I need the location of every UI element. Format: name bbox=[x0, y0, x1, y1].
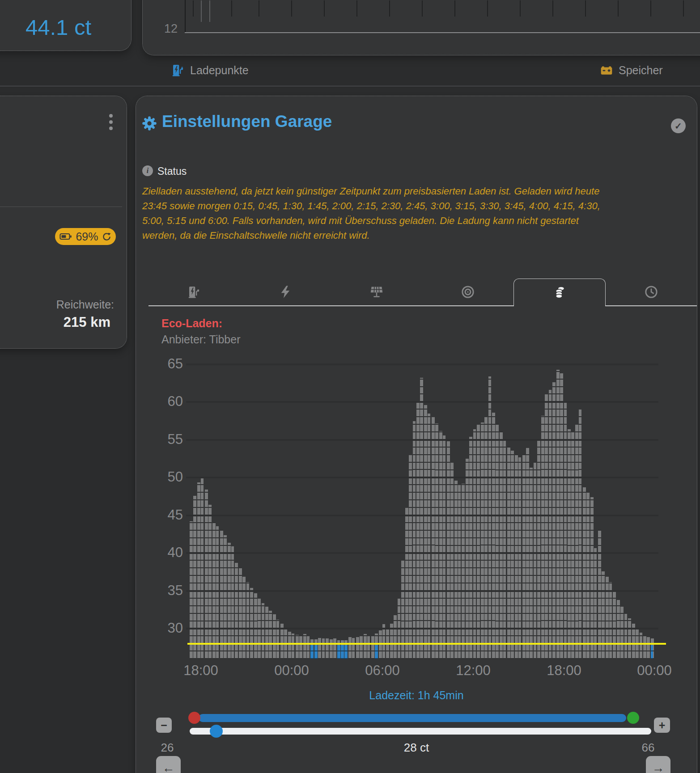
tab-ladepunkte[interactable]: Ladepunkte bbox=[171, 55, 249, 86]
grid-price-value: 44.1 ct bbox=[25, 15, 91, 40]
mini-bar bbox=[324, 0, 325, 17]
price-bar bbox=[620, 607, 624, 659]
price-bar bbox=[424, 405, 427, 659]
mini-bar bbox=[209, 0, 210, 22]
price-bar bbox=[609, 582, 612, 659]
vehicle-card: 69% Reichweite: 215 km bbox=[0, 96, 127, 349]
price-bar bbox=[500, 431, 503, 659]
price-bar bbox=[606, 577, 609, 659]
y-tick-label: 30 bbox=[152, 620, 183, 636]
mini-bar bbox=[650, 0, 651, 17]
range-max-handle[interactable] bbox=[627, 712, 639, 724]
y-tick-label: 45 bbox=[152, 507, 183, 523]
x-tick-label: 00:00 bbox=[630, 663, 679, 679]
price-bar bbox=[193, 496, 196, 659]
price-bar bbox=[454, 481, 458, 659]
price-bar bbox=[197, 482, 200, 659]
refresh-icon bbox=[102, 232, 111, 241]
range-min-handle[interactable] bbox=[188, 712, 200, 724]
price-limit-handle[interactable] bbox=[210, 725, 223, 738]
tab-speicher[interactable]: Speicher bbox=[600, 55, 663, 86]
y-tick-label: 55 bbox=[152, 431, 183, 448]
mini-bar bbox=[552, 0, 553, 17]
price-bar bbox=[201, 478, 204, 659]
mini-bar bbox=[454, 0, 455, 17]
price-bar bbox=[242, 577, 246, 659]
mini-bar bbox=[231, 0, 232, 17]
price-chart: 303540455055606518:0000:0006:0012:0018:0… bbox=[136, 96, 697, 773]
price-bar bbox=[333, 638, 336, 659]
charge-slot bbox=[341, 645, 344, 659]
mini-bar bbox=[683, 0, 684, 17]
vehicle-card-divider bbox=[0, 207, 122, 207]
price-limit-slider[interactable] bbox=[190, 728, 651, 735]
charge-slot bbox=[651, 645, 653, 659]
price-bar bbox=[318, 638, 321, 659]
price-bar bbox=[220, 530, 223, 659]
next-day-button[interactable]: → bbox=[646, 756, 670, 773]
price-bar bbox=[617, 600, 620, 659]
decrease-limit-button[interactable]: − bbox=[156, 718, 172, 733]
price-bar bbox=[481, 422, 484, 659]
range-label: Reichweite: bbox=[56, 298, 114, 311]
plus-icon: + bbox=[659, 719, 666, 732]
x-tick-label: 18:00 bbox=[539, 663, 589, 679]
price-bar bbox=[545, 394, 548, 659]
tab-ladepunkte-label: Ladepunkte bbox=[190, 64, 249, 77]
previous-day-button[interactable]: ← bbox=[156, 756, 181, 773]
price-bar bbox=[276, 620, 279, 659]
price-bar bbox=[239, 568, 242, 659]
gridline bbox=[186, 363, 658, 365]
mini-bar bbox=[618, 0, 619, 17]
price-bar bbox=[303, 634, 306, 659]
mini-bar bbox=[201, 0, 202, 22]
settings-panel: Einstellungen Garage ✓ i Status Ziellade… bbox=[136, 96, 697, 773]
price-bar bbox=[371, 636, 374, 659]
price-bar bbox=[462, 484, 465, 659]
price-bar bbox=[594, 548, 597, 659]
gridline bbox=[186, 515, 658, 516]
vehicle-menu-kebab-icon[interactable] bbox=[109, 114, 113, 130]
mini-chart-y-tick: 12 bbox=[156, 22, 178, 36]
price-bar bbox=[530, 468, 533, 659]
x-tick-label: 12:00 bbox=[449, 663, 498, 679]
price-bar bbox=[360, 636, 363, 659]
price-bar bbox=[579, 410, 581, 659]
battery-level-icon bbox=[59, 232, 72, 241]
charge-time-label: Ladezeit: 1h 45min bbox=[136, 689, 697, 702]
gridline bbox=[186, 439, 658, 441]
mini-bar bbox=[422, 0, 423, 17]
price-bar bbox=[469, 437, 472, 659]
price-bar bbox=[254, 593, 257, 659]
price-bar bbox=[265, 607, 268, 659]
price-bar bbox=[477, 425, 480, 659]
price-bar bbox=[299, 636, 302, 659]
gridline bbox=[186, 628, 658, 629]
mini-bar bbox=[389, 0, 390, 17]
price-bar bbox=[590, 497, 594, 659]
price-bar bbox=[537, 439, 540, 659]
price-bar bbox=[269, 611, 272, 659]
mini-bar bbox=[193, 0, 194, 17]
ev-charger-icon bbox=[171, 63, 185, 77]
price-bar bbox=[435, 423, 438, 659]
price-bar bbox=[602, 571, 605, 659]
price-bar bbox=[443, 435, 445, 659]
price-bar bbox=[571, 432, 574, 659]
price-bar bbox=[492, 413, 495, 659]
soc-badge[interactable]: 69% bbox=[55, 228, 116, 245]
gridline bbox=[186, 401, 658, 403]
tab-speicher-label: Speicher bbox=[619, 64, 663, 77]
price-bar bbox=[394, 615, 397, 659]
main-nav: Ladepunkte Speicher bbox=[0, 55, 700, 86]
price-bar bbox=[643, 636, 646, 659]
price-bar bbox=[496, 424, 499, 659]
increase-limit-button[interactable]: + bbox=[654, 718, 670, 733]
price-bar bbox=[575, 425, 578, 659]
price-bar bbox=[484, 417, 488, 659]
price-range-track[interactable] bbox=[199, 714, 626, 722]
charge-slot bbox=[344, 645, 348, 659]
tab-price[interactable] bbox=[513, 279, 606, 306]
mini-bar bbox=[520, 0, 521, 17]
price-bar bbox=[208, 505, 212, 659]
